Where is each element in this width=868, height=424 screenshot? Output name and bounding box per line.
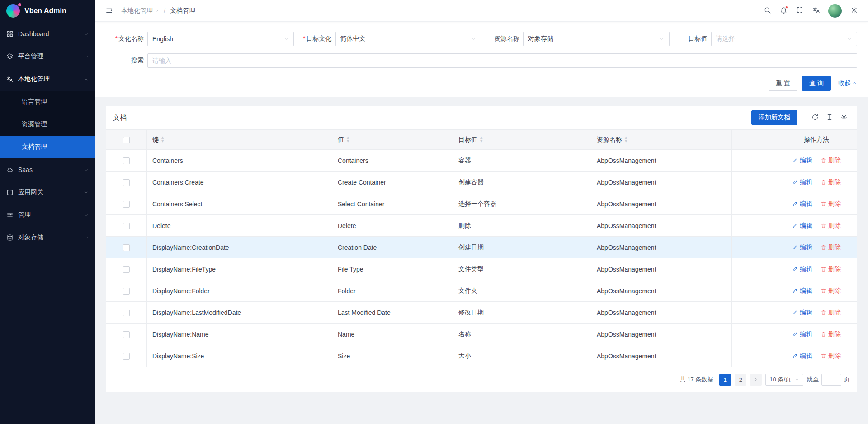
column-header[interactable]: 键▲▼: [147, 130, 332, 150]
avatar[interactable]: [828, 4, 842, 18]
language-switch-button[interactable]: [808, 3, 824, 19]
cell-target-value: 选择一个容器: [453, 193, 591, 215]
sidebar-item-gateway[interactable]: 应用网关: [0, 181, 95, 204]
cell-value: Name: [332, 324, 453, 345]
content: *文化名称English*目标文化简体中文资源名称对象存储目标值请选择搜索 重 …: [95, 22, 868, 424]
cell-target-value: 大小: [453, 345, 591, 367]
culture-name-select[interactable]: English: [147, 32, 294, 46]
resource-name-select[interactable]: 对象存储: [523, 32, 670, 46]
breadcrumb-section[interactable]: 本地化管理: [121, 7, 159, 15]
global-search-button[interactable]: [760, 3, 775, 19]
delete-button[interactable]: 删除: [821, 243, 841, 252]
delete-button[interactable]: 删除: [821, 178, 841, 186]
cell-target-value: 文件夹: [453, 280, 591, 302]
row-checkbox[interactable]: [123, 179, 130, 186]
field-label: 搜索: [106, 57, 147, 65]
row-checkbox[interactable]: [123, 223, 130, 229]
column-settings-button[interactable]: [838, 112, 850, 124]
pencil-icon: [792, 201, 798, 207]
collapse-link[interactable]: 收起: [838, 79, 857, 87]
row-checkbox[interactable]: [123, 331, 130, 338]
query-button[interactable]: 查 询: [802, 76, 831, 91]
cell-key: DisplayName:CreationDate: [147, 237, 332, 258]
localization-icon: [6, 76, 14, 83]
platform-icon: [6, 53, 14, 60]
sidebar-item-platform[interactable]: 平台管理: [0, 45, 95, 68]
refresh-button[interactable]: [809, 112, 821, 124]
delete-button[interactable]: 删除: [821, 309, 841, 317]
edit-button[interactable]: 编辑: [792, 200, 812, 208]
edit-button[interactable]: 编辑: [792, 243, 812, 252]
sort-icons[interactable]: ▲▼: [625, 136, 627, 143]
page-jump-input[interactable]: [821, 374, 841, 386]
edit-button[interactable]: 编辑: [792, 157, 812, 165]
delete-button[interactable]: 删除: [821, 157, 841, 165]
edit-button[interactable]: 编辑: [792, 178, 812, 186]
row-checkbox[interactable]: [123, 353, 130, 360]
filter-field-target-value: 目标值请选择: [670, 32, 858, 46]
target-culture-select[interactable]: 简体中文: [335, 32, 482, 46]
row-checkbox[interactable]: [123, 310, 130, 316]
row-checkbox[interactable]: [123, 157, 130, 164]
manage-icon: [6, 211, 14, 219]
translate-icon: [812, 6, 820, 15]
edit-button[interactable]: 编辑: [792, 352, 812, 360]
sidebar-item-resource[interactable]: 资源管理: [0, 113, 95, 136]
delete-button[interactable]: 删除: [821, 287, 841, 295]
row-checkbox[interactable]: [123, 288, 130, 295]
reset-button[interactable]: 重 置: [769, 76, 797, 91]
chevron-up-icon: [84, 77, 89, 82]
column-header[interactable]: 目标值▲▼: [453, 130, 591, 150]
row-height-button[interactable]: [824, 112, 835, 124]
page-size-select[interactable]: 10 条/页: [765, 374, 803, 386]
next-page-button[interactable]: [750, 374, 762, 386]
cell-key: DisplayName:Size: [147, 345, 332, 367]
sidebar-item-dashboard[interactable]: Dashboard: [0, 23, 95, 45]
sort-icons[interactable]: ▲▼: [347, 136, 349, 143]
column-header[interactable]: 值▲▼: [332, 130, 453, 150]
cell-resource-name: AbpOssManagement: [591, 345, 732, 367]
settings-button[interactable]: [846, 3, 862, 19]
app-logo[interactable]: Vben Admin: [0, 0, 95, 22]
trash-icon: [821, 331, 826, 337]
sidebar-item-label: 语言管理: [22, 98, 89, 106]
edit-button[interactable]: 编辑: [792, 309, 812, 317]
add-document-button[interactable]: 添加新文档: [751, 110, 797, 125]
cell-target-value: 创建容器: [453, 172, 591, 193]
sidebar-item-document[interactable]: 文档管理: [0, 136, 95, 158]
row-checkbox[interactable]: [123, 266, 130, 273]
page-button-1[interactable]: 1: [719, 374, 731, 386]
sort-icons[interactable]: ▲▼: [480, 136, 482, 143]
column-header: [732, 130, 776, 150]
search-input[interactable]: [147, 53, 857, 68]
delete-button[interactable]: 删除: [821, 265, 841, 273]
table-toolbar-actions: 添加新文档: [751, 110, 850, 125]
sidebar-item-saas[interactable]: Saas: [0, 158, 95, 181]
sidebar-item-language[interactable]: 语言管理: [0, 91, 95, 113]
notification-button[interactable]: [776, 3, 791, 19]
sidebar-item-localization[interactable]: 本地化管理: [0, 68, 95, 91]
delete-button[interactable]: 删除: [821, 200, 841, 208]
edit-button[interactable]: 编辑: [792, 265, 812, 273]
fullscreen-button[interactable]: [792, 3, 807, 19]
edit-button[interactable]: 编辑: [792, 330, 812, 338]
row-checkbox[interactable]: [123, 244, 130, 251]
select-all-checkbox[interactable]: [123, 137, 130, 143]
sidebar-item-admin[interactable]: 管理: [0, 204, 95, 226]
delete-button[interactable]: 删除: [821, 222, 841, 230]
delete-button[interactable]: 删除: [821, 352, 841, 360]
delete-button[interactable]: 删除: [821, 330, 841, 338]
edit-button[interactable]: 编辑: [792, 222, 812, 230]
sidebar-collapse-button[interactable]: [101, 3, 117, 19]
edit-button[interactable]: 编辑: [792, 287, 812, 295]
page-button-2[interactable]: 2: [735, 374, 746, 386]
target-value-select[interactable]: 请选择: [711, 32, 858, 46]
app-title: Vben Admin: [24, 7, 66, 15]
sidebar-menu: Dashboard平台管理本地化管理语言管理资源管理文档管理Saas应用网关管理…: [0, 22, 95, 424]
sort-icons[interactable]: ▲▼: [161, 136, 164, 143]
pagination-pages: 12: [719, 374, 746, 386]
sidebar-item-storage[interactable]: 对象存储: [0, 226, 95, 249]
cell-value: Folder: [332, 280, 453, 302]
column-header[interactable]: 资源名称▲▼: [591, 130, 732, 150]
row-checkbox[interactable]: [123, 201, 130, 208]
